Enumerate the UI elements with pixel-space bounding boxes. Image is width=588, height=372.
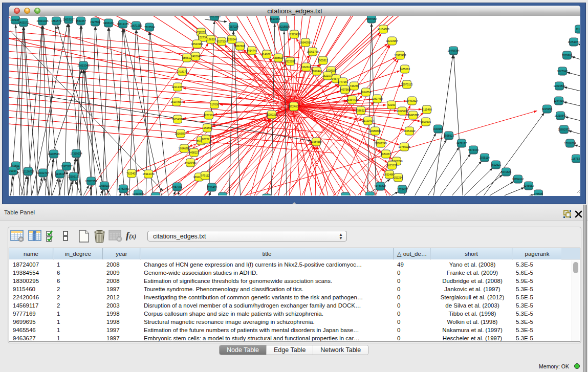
svg-text:1362615: 1362615 bbox=[301, 65, 311, 69]
svg-text:62160: 62160 bbox=[388, 103, 396, 106]
svg-text:15720407: 15720407 bbox=[362, 119, 374, 122]
svg-text:979112: 979112 bbox=[201, 174, 210, 177]
svg-text:5498222: 5498222 bbox=[189, 151, 199, 154]
svg-text:9457791: 9457791 bbox=[172, 185, 182, 188]
svg-text:7357224: 7357224 bbox=[228, 25, 238, 28]
svg-text:9227343: 9227343 bbox=[557, 70, 568, 73]
svg-text:317006: 317006 bbox=[210, 103, 219, 106]
svg-text:16154808: 16154808 bbox=[377, 28, 389, 31]
svg-text:20364436: 20364436 bbox=[346, 98, 358, 101]
svg-text:19384554: 19384554 bbox=[310, 140, 322, 143]
svg-text:1621072: 1621072 bbox=[322, 74, 333, 77]
svg-text:19654923: 19654923 bbox=[403, 129, 415, 133]
svg-text:16107553: 16107553 bbox=[170, 100, 182, 103]
svg-text:16046786: 16046786 bbox=[178, 147, 190, 150]
svg-text:19166827: 19166827 bbox=[175, 132, 186, 135]
svg-text:10654112: 10654112 bbox=[512, 178, 524, 181]
svg-text:2687682: 2687682 bbox=[366, 17, 377, 20]
svg-text:12323446: 12323446 bbox=[132, 192, 144, 195]
svg-text:10958107: 10958107 bbox=[98, 184, 110, 187]
svg-text:1588520: 1588520 bbox=[273, 56, 284, 59]
svg-text:16640910: 16640910 bbox=[299, 41, 311, 44]
svg-text:23495788: 23495788 bbox=[407, 114, 419, 117]
svg-text:7386322: 7386322 bbox=[356, 109, 366, 112]
svg-text:2718170: 2718170 bbox=[177, 70, 187, 73]
svg-text:17957253: 17957253 bbox=[85, 180, 97, 183]
svg-text:6479197: 6479197 bbox=[456, 142, 467, 145]
svg-text:10973493: 10973493 bbox=[394, 54, 406, 57]
svg-text:16448784: 16448784 bbox=[447, 49, 459, 52]
svg-text:9777169: 9777169 bbox=[338, 80, 348, 83]
svg-text:9280546: 9280546 bbox=[227, 38, 237, 41]
svg-text:8990448: 8990448 bbox=[312, 70, 322, 73]
svg-text:9684067: 9684067 bbox=[381, 152, 391, 156]
svg-text:989612: 989612 bbox=[182, 56, 191, 59]
svg-text:16671355: 16671355 bbox=[130, 24, 142, 27]
svg-text:1244415: 1244415 bbox=[554, 99, 564, 102]
svg-text:16782759: 16782759 bbox=[117, 187, 129, 190]
svg-text:10653267: 10653267 bbox=[62, 18, 74, 21]
svg-text:9329966: 9329966 bbox=[562, 54, 572, 57]
svg-text:18807249: 18807249 bbox=[375, 142, 386, 145]
svg-text:9474444: 9474444 bbox=[468, 148, 478, 151]
svg-text:26053346: 26053346 bbox=[77, 64, 89, 67]
svg-text:12213363: 12213363 bbox=[171, 85, 183, 89]
svg-text:10719155: 10719155 bbox=[117, 23, 128, 26]
svg-text:8215955: 8215955 bbox=[542, 107, 552, 111]
svg-text:1615132: 1615132 bbox=[387, 164, 397, 167]
svg-text:16914479: 16914479 bbox=[142, 172, 154, 176]
svg-text:8471626: 8471626 bbox=[501, 170, 511, 173]
svg-text:974506: 974506 bbox=[534, 192, 542, 195]
svg-text:1640954: 1640954 bbox=[433, 127, 443, 130]
svg-text:17359934: 17359934 bbox=[70, 152, 82, 155]
svg-text:1405572: 1405572 bbox=[18, 21, 29, 24]
svg-text:80416: 80416 bbox=[219, 195, 227, 195]
svg-text:1167534: 1167534 bbox=[571, 157, 580, 160]
svg-text:10025438: 10025438 bbox=[396, 110, 408, 113]
svg-text:26206536: 26206536 bbox=[48, 152, 59, 156]
svg-text:152754: 152754 bbox=[198, 36, 207, 39]
svg-text:7625402: 7625402 bbox=[126, 172, 137, 175]
svg-text:6466160: 6466160 bbox=[103, 21, 114, 25]
svg-text:1733426: 1733426 bbox=[397, 188, 407, 191]
svg-text:86752: 86752 bbox=[202, 138, 210, 141]
svg-text:95520: 95520 bbox=[152, 195, 160, 195]
svg-text:1353594: 1353594 bbox=[202, 126, 212, 129]
svg-text:14463627: 14463627 bbox=[406, 99, 418, 102]
svg-text:19218506: 19218506 bbox=[278, 25, 290, 28]
svg-text:8813054: 8813054 bbox=[270, 17, 280, 20]
svg-text:10975857: 10975857 bbox=[60, 165, 72, 168]
svg-text:5938923: 5938923 bbox=[444, 134, 454, 137]
svg-text:2935114: 2935114 bbox=[480, 156, 490, 159]
svg-text:10807487: 10807487 bbox=[371, 97, 383, 100]
svg-text:9553267: 9553267 bbox=[76, 19, 86, 23]
svg-text:8454749: 8454749 bbox=[247, 49, 257, 52]
svg-text:16210643: 16210643 bbox=[554, 114, 566, 117]
svg-text:15300213: 15300213 bbox=[266, 113, 277, 116]
svg-text:19756928: 19756928 bbox=[398, 145, 410, 148]
svg-text:16961758: 16961758 bbox=[307, 50, 318, 53]
svg-text:18724007: 18724007 bbox=[288, 105, 299, 108]
svg-text:7515524: 7515524 bbox=[144, 26, 155, 29]
svg-text:20691406: 20691406 bbox=[36, 19, 48, 23]
svg-text:12325419: 12325419 bbox=[288, 33, 300, 36]
svg-text:3624554: 3624554 bbox=[361, 91, 371, 94]
svg-text:1527602: 1527602 bbox=[90, 20, 100, 24]
svg-text:82444: 82444 bbox=[342, 195, 350, 195]
svg-text:12156829: 12156829 bbox=[22, 170, 34, 173]
svg-text:7955812: 7955812 bbox=[318, 59, 328, 62]
svg-text:746266: 746266 bbox=[350, 84, 358, 87]
svg-text:70119: 70119 bbox=[366, 194, 374, 195]
svg-text:9245652: 9245652 bbox=[524, 184, 534, 187]
svg-text:16543382: 16543382 bbox=[191, 42, 203, 46]
svg-text:12505135: 12505135 bbox=[68, 175, 79, 178]
svg-text:39154: 39154 bbox=[9, 169, 17, 172]
svg-text:252214: 252214 bbox=[394, 176, 402, 179]
svg-text:19654932: 19654932 bbox=[171, 118, 183, 121]
svg-text:12213967: 12213967 bbox=[386, 39, 398, 42]
svg-text:2867608: 2867608 bbox=[235, 45, 245, 48]
svg-text:15692971: 15692971 bbox=[558, 128, 570, 131]
svg-text:1716485: 1716485 bbox=[207, 186, 217, 189]
svg-text:11174: 11174 bbox=[576, 28, 580, 31]
svg-text:7485063: 7485063 bbox=[400, 68, 410, 71]
